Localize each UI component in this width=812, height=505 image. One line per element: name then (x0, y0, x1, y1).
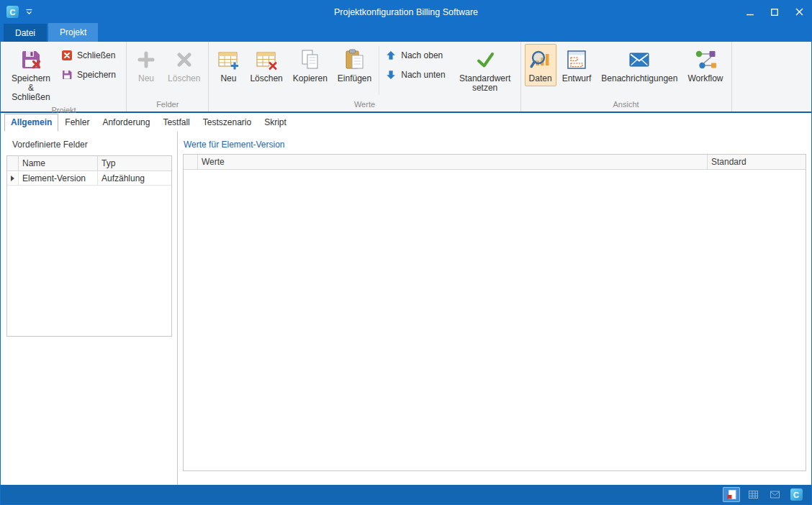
save-and-close-label: Speichern & Schließen (9, 74, 53, 102)
tab-testfall-label: Testfall (163, 117, 189, 127)
view-workflow-button[interactable]: Workflow (683, 44, 727, 86)
status-benachrichtigungen-icon[interactable] (766, 487, 783, 502)
new-field-label: Neu (138, 74, 154, 83)
row-indicator-icon (11, 176, 14, 181)
close-button[interactable] (787, 1, 811, 23)
move-down-button[interactable]: Nach unten (383, 68, 451, 82)
ribbon: Speichern & Schließen Schließen (1, 42, 811, 113)
content-area: Vordefinierte Felder Name Typ Element-Ve… (1, 132, 811, 485)
view-entwurf-button[interactable]: Entwurf (558, 44, 596, 86)
tab-allgemein[interactable]: Allgemein (4, 114, 58, 132)
titlebar: C Projektkonfiguration Billing Software (1, 1, 811, 23)
copy-label: Kopieren (293, 74, 328, 83)
cell-typ: Aufzählung (98, 171, 171, 185)
tab-anforderung-label: Anforderung (102, 117, 150, 127)
tab-anforderung[interactable]: Anforderung (96, 114, 156, 132)
view-daten-button[interactable]: Daten (525, 44, 556, 86)
delete-value-button[interactable]: Löschen (245, 44, 287, 86)
save-icon (61, 69, 73, 81)
paste-button[interactable]: Einfügen (333, 44, 376, 86)
column-header-werte[interactable]: Werte (198, 155, 708, 169)
ribbon-group-projekt: Speichern & Schließen Schließen (1, 42, 127, 112)
move-up-button[interactable]: Nach oben (383, 48, 448, 63)
ribbon-group-werte: Neu Löschen (209, 42, 520, 112)
ribbon-tab-datei[interactable]: Datei (4, 24, 47, 42)
ribbon-group-ansicht: Daten Entwurf (521, 42, 732, 112)
cell-typ-value: Aufzählung (102, 173, 145, 183)
ribbon-tab-strip: Datei Projekt (1, 23, 811, 42)
copy-button[interactable]: Kopieren (289, 44, 332, 86)
save-close-icon (19, 48, 42, 71)
new-field-button[interactable]: Neu (130, 44, 162, 86)
group-caption-felder: Felder (127, 99, 208, 112)
tab-testszenario-label: Testszenario (203, 117, 251, 127)
status-app-logo-letter: C (790, 488, 803, 501)
ribbon-tab-projekt[interactable]: Projekt (48, 23, 98, 42)
view-entwurf-label: Entwurf (562, 74, 592, 83)
paste-label: Einfügen (338, 74, 371, 83)
table-add-icon (217, 48, 240, 71)
save-project-label: Speichern (77, 70, 116, 80)
app-window: C Projektkonfiguration Billing Software … (0, 0, 812, 505)
values-grid-header: Werte Standard (184, 155, 806, 170)
new-value-button[interactable]: Neu (212, 44, 244, 86)
close-project-button[interactable]: Schließen (59, 48, 121, 63)
close-red-icon (61, 50, 73, 61)
app-logo-icon[interactable]: C (6, 6, 19, 18)
group-divider (379, 46, 379, 95)
row-indicator-cell (7, 171, 19, 185)
save-project-button[interactable]: Speichern (59, 68, 122, 82)
values-row-indicator-header (184, 155, 198, 169)
table-delete-icon (255, 48, 278, 71)
ribbon-tab-projekt-label: Projekt (60, 27, 86, 37)
view-benachrichtigungen-button[interactable]: Benachrichtigungen (597, 44, 682, 86)
column-header-typ[interactable]: Typ (98, 156, 171, 170)
values-grid: Werte Standard (183, 154, 806, 471)
delete-field-button[interactable]: Löschen (163, 44, 204, 86)
column-header-name[interactable]: Name (19, 156, 98, 170)
group-caption-ansicht: Ansicht (521, 99, 731, 112)
minimize-button[interactable] (738, 1, 762, 23)
arrow-up-icon (385, 50, 397, 61)
group-caption-werte: Werte (209, 99, 520, 112)
column-header-name-label: Name (22, 158, 45, 168)
workflow-icon (694, 48, 717, 71)
column-header-werte-label: Werte (202, 157, 225, 167)
arrow-down-icon (385, 69, 397, 81)
data-search-icon (529, 48, 552, 71)
close-project-label: Schließen (77, 50, 115, 60)
ribbon-group-felder: Neu Löschen Felder (127, 42, 209, 112)
cross-disabled-icon (173, 48, 196, 71)
window-title: Projektkonfiguration Billing Software (1, 1, 811, 23)
tab-skript[interactable]: Skript (258, 114, 293, 132)
set-default-label: Standardwert setzen (458, 74, 513, 93)
delete-field-label: Löschen (168, 74, 200, 83)
values-panel: Werte für Element-Version Werte Standard (178, 132, 811, 485)
predefined-fields-grid: Name Typ Element-Version Aufzählung (6, 155, 172, 337)
quick-access-chevron-icon[interactable] (25, 6, 33, 19)
move-down-label: Nach unten (401, 70, 445, 80)
column-header-standard[interactable]: Standard (708, 155, 806, 169)
tab-testszenario[interactable]: Testszenario (197, 114, 258, 132)
view-daten-label: Daten (529, 74, 552, 83)
view-benachrichtigungen-label: Benachrichtigungen (601, 74, 677, 83)
column-header-typ-label: Typ (102, 158, 115, 168)
maximize-button[interactable] (762, 1, 787, 23)
status-entwurf-icon[interactable] (744, 487, 762, 502)
design-view-icon (565, 48, 588, 71)
document-tab-strip: Allgemein Fehler Anforderung Testfall Te… (1, 113, 811, 132)
delete-value-label: Löschen (250, 74, 282, 83)
move-up-label: Nach oben (401, 50, 443, 60)
tab-fehler-label: Fehler (65, 117, 89, 127)
predefined-fields-panel: Vordefinierte Felder Name Typ Element-Ve… (1, 132, 178, 485)
paste-icon (343, 48, 366, 71)
table-row[interactable]: Element-Version Aufzählung (7, 171, 171, 186)
set-default-button[interactable]: Standardwert setzen (454, 44, 517, 96)
tab-allgemein-label: Allgemein (11, 117, 52, 127)
tab-testfall[interactable]: Testfall (156, 114, 196, 132)
tab-fehler[interactable]: Fehler (58, 114, 96, 132)
copy-icon (299, 48, 322, 71)
save-and-close-button[interactable]: Speichern & Schließen (5, 44, 57, 105)
status-daten-icon[interactable] (723, 487, 740, 502)
status-app-logo-icon[interactable]: C (788, 487, 805, 502)
